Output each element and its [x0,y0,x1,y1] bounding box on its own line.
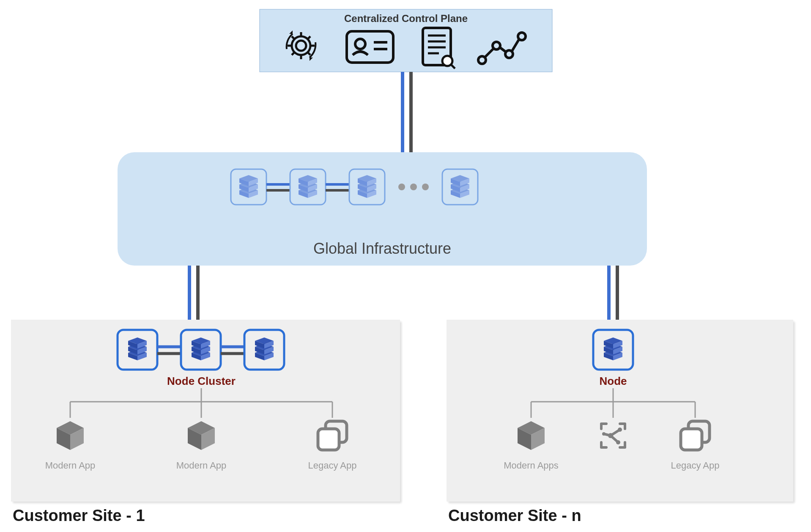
customer-site-n: Customer Site - n Node Modern Apps Legac… [447,320,793,524]
svg-point-66 [422,184,429,190]
svg-point-65 [410,184,417,190]
site1-cluster-label: Node Cluster [167,375,236,387]
global-infra-panel: Global Infrastructure [118,152,647,266]
architecture-diagram: Centralized Control Plane [0,0,811,532]
siten-app-3-label: Legacy App [671,460,720,471]
control-plane-title: Centralized Control Plane [344,13,468,24]
ellipsis-icon [398,184,429,190]
site1-title: Customer Site - 1 [13,507,145,524]
site1-app-1-label: Modern App [45,460,96,471]
link-to-siten [609,266,617,320]
svg-point-64 [398,184,405,190]
siten-cluster-label: Node [600,375,627,387]
siten-title: Customer Site - n [448,507,581,524]
site1-app-2-label: Modern App [176,460,227,471]
siten-app-1-label: Modern Apps [504,460,559,471]
link-top [403,72,411,152]
link-to-site1 [189,266,198,320]
site1-app-3-label: Legacy App [308,460,357,471]
global-infra-title: Global Infrastructure [313,240,451,257]
control-plane-panel: Centralized Control Plane [260,9,552,72]
customer-site-1: Customer Site - 1 Node Cluster Modern Ap… [11,320,400,524]
